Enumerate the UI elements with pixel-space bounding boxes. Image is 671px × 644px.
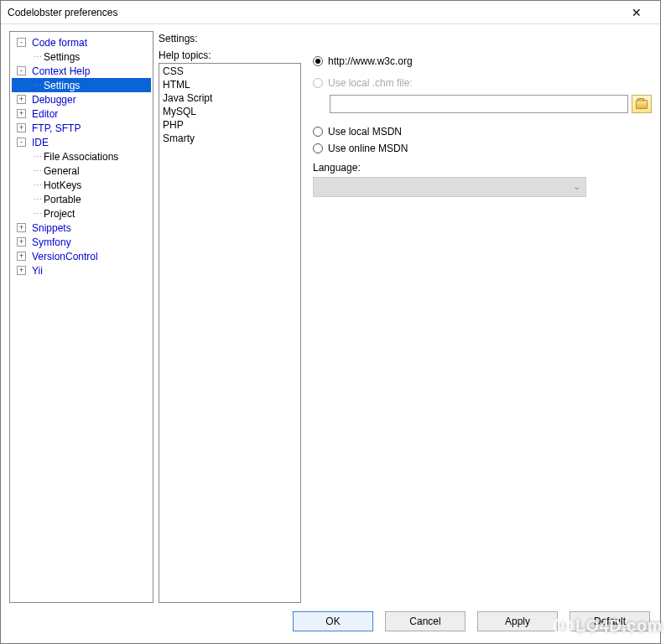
tree-node[interactable]: ⋯General <box>12 164 151 178</box>
tree-node[interactable]: +Snippets <box>12 221 151 235</box>
radio-icon <box>313 127 323 137</box>
settings-title: Settings: <box>159 33 652 44</box>
tree-connector-icon: ⋯ <box>32 209 44 218</box>
help-topic-item[interactable]: PHP <box>163 119 297 132</box>
help-column: Help topics: CSSHTMLJava ScriptMySQLPHPS… <box>159 49 301 603</box>
tree-connector-icon: ⋯ <box>32 180 44 190</box>
tree-node[interactable]: ⋯File Associations <box>12 149 151 164</box>
tree-node-label: IDE <box>32 137 49 148</box>
tree-node-label: Debugger <box>32 94 76 106</box>
tree-node-label: File Associations <box>44 151 118 163</box>
tree-node[interactable]: ⋯Portable <box>12 192 151 206</box>
radio-icon <box>313 143 323 153</box>
radio-chm-row: Use local .chm file: <box>313 75 652 91</box>
tree-node[interactable]: +VersionControl <box>12 249 151 263</box>
collapse-icon[interactable]: - <box>17 138 26 147</box>
radio-msdn-online-row[interactable]: Use online MSDN <box>313 140 652 157</box>
window-title: Codelobster preferences <box>8 7 620 18</box>
chevron-down-icon: ⌄ <box>573 181 580 192</box>
expand-icon[interactable]: + <box>17 95 26 104</box>
radio-msdn-local-label: Use local MSDN <box>328 126 402 138</box>
folder-icon <box>636 100 648 109</box>
tree-node-label: Yii <box>32 265 43 277</box>
cancel-button[interactable]: Cancel <box>385 611 466 631</box>
tree-connector-icon: ⋯ <box>32 52 44 61</box>
tree-node[interactable]: ⋯HotKeys <box>12 178 151 192</box>
expand-icon[interactable]: + <box>17 223 26 232</box>
help-topic-item[interactable]: Smarty <box>163 132 297 146</box>
tree-node-label: Symfony <box>32 236 71 248</box>
watermark-text: LO4D.com <box>575 616 663 636</box>
window-body: -Code format⋯Settings-Context Help⋯Setti… <box>1 24 660 603</box>
ok-button[interactable]: OK <box>293 611 373 631</box>
titlebar: Codelobster preferences ✕ <box>1 1 660 24</box>
tree-node-label: VersionControl <box>32 251 98 262</box>
help-topic-item[interactable]: CSS <box>163 65 297 79</box>
tree-node-label: General <box>44 165 80 177</box>
tree-node[interactable]: ⋯Settings <box>12 49 151 64</box>
help-topic-item[interactable]: Java Script <box>163 92 297 106</box>
tree-node-label: HotKeys <box>44 179 81 191</box>
preferences-window: Codelobster preferences ✕ -Code format⋯S… <box>0 0 661 644</box>
tree-node[interactable]: +Symfony <box>12 235 151 249</box>
tree-connector-icon: ⋯ <box>32 166 44 175</box>
close-icon[interactable]: ✕ <box>620 6 653 19</box>
radio-icon <box>313 78 323 88</box>
chm-file-row <box>330 95 652 113</box>
watermark-icon: ⬇ <box>554 617 572 636</box>
tree-node-label: Snippets <box>32 222 71 234</box>
tree-node[interactable]: +FTP, SFTP <box>12 121 151 135</box>
tree-node[interactable]: ⋯Settings <box>12 78 151 92</box>
options-column: http://www.w3c.org Use local .chm file: <box>313 49 652 603</box>
radio-chm-label: Use local .chm file: <box>328 77 413 89</box>
settings-pane: Settings: Help topics: CSSHTMLJava Scrip… <box>159 31 652 603</box>
collapse-icon[interactable]: - <box>17 38 26 47</box>
expand-icon[interactable]: + <box>17 252 26 261</box>
language-select[interactable]: ⌄ <box>313 177 586 197</box>
tree-node[interactable]: -IDE <box>12 135 151 149</box>
tree-node-label: Context Help <box>32 65 90 77</box>
radio-w3c-row[interactable]: http://www.w3c.org <box>313 53 652 70</box>
collapse-icon[interactable]: - <box>17 66 26 75</box>
tree-node-label: Settings <box>44 80 80 91</box>
tree-node[interactable]: -Context Help <box>12 64 151 78</box>
radio-msdn-online-label: Use online MSDN <box>328 143 408 154</box>
tree-node-label: FTP, SFTP <box>32 122 81 134</box>
tree-node[interactable]: +Debugger <box>12 92 151 106</box>
tree-node-label: Editor <box>32 108 58 120</box>
tree-node-label: Portable <box>44 194 81 205</box>
expand-icon[interactable]: + <box>17 237 26 247</box>
tree-node-label: Code format <box>32 37 87 49</box>
help-topics-label: Help topics: <box>159 49 301 61</box>
radio-msdn-local-row[interactable]: Use local MSDN <box>313 123 652 140</box>
help-topic-item[interactable]: MySQL <box>163 106 297 119</box>
tree-node-label: Project <box>44 208 75 220</box>
tree-node[interactable]: -Code format <box>12 35 151 49</box>
nav-tree[interactable]: -Code format⋯Settings-Context Help⋯Setti… <box>9 31 153 603</box>
tree-connector-icon: ⋯ <box>32 195 44 204</box>
radio-w3c-label: http://www.w3c.org <box>328 55 413 67</box>
apply-button[interactable]: Apply <box>477 611 558 631</box>
tree-node[interactable]: +Yii <box>12 263 151 278</box>
chm-file-input[interactable] <box>330 95 628 113</box>
expand-icon[interactable]: + <box>17 266 26 275</box>
help-topics-list[interactable]: CSSHTMLJava ScriptMySQLPHPSmarty <box>159 63 301 603</box>
language-label: Language: <box>313 162 652 174</box>
tree-connector-icon: ⋯ <box>32 80 44 90</box>
watermark: ⬇ LO4D.com <box>554 616 663 636</box>
browse-button[interactable] <box>632 95 652 113</box>
radio-icon <box>313 56 323 66</box>
expand-icon[interactable]: + <box>17 109 26 118</box>
expand-icon[interactable]: + <box>17 123 26 132</box>
help-topic-item[interactable]: HTML <box>163 79 297 92</box>
tree-node[interactable]: +Editor <box>12 106 151 121</box>
settings-row: Help topics: CSSHTMLJava ScriptMySQLPHPS… <box>159 49 652 603</box>
tree-connector-icon: ⋯ <box>32 152 44 161</box>
tree-node-label: Settings <box>44 51 80 63</box>
tree-node[interactable]: ⋯Project <box>12 206 151 221</box>
